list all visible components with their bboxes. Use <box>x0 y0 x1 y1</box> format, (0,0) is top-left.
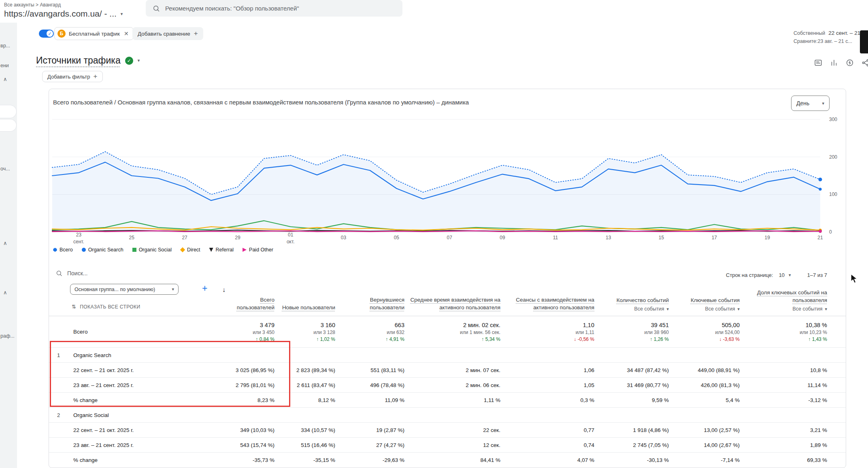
metric-cell: 2 823 (89,34 %) <box>274 363 335 377</box>
column-header[interactable]: Количество событий Все события <box>594 297 669 315</box>
x-axis-label: 05 <box>394 235 400 240</box>
column-header[interactable]: Доля ключевых событий на пользователя Вс… <box>740 289 827 315</box>
share-icon[interactable] <box>861 58 868 67</box>
chevron-up-icon[interactable] <box>3 240 7 246</box>
x-axis-label: 25 <box>129 235 135 240</box>
empty-cell <box>669 408 740 422</box>
column-header[interactable]: Всего пользователей <box>226 296 274 315</box>
metric-cell: -35,73 % <box>226 453 274 467</box>
compare-range-value: Сравните:23 авг. – 21 с... <box>794 38 868 44</box>
metric-cell: 2 745 (7,05 %) <box>594 438 669 452</box>
show-all-rows-button[interactable]: ПОКАЗАТЬ ВСЕ СТРОКИ <box>72 304 140 310</box>
table-row: 22 сент. – 21 окт. 2025 г.3 025 (86,95 %… <box>49 362 846 377</box>
add-comparison-chip[interactable]: Добавить сравнение <box>132 27 203 40</box>
nav-item-pill[interactable] <box>0 105 16 118</box>
close-icon[interactable] <box>124 30 129 37</box>
metric-cell: 334 (10,57 %) <box>274 423 335 437</box>
segment-chip[interactable]: Б Бесплатный трафик <box>54 27 134 40</box>
legend-item-referral[interactable]: Referral <box>209 247 234 253</box>
metric-cell: 2 795 (81,01 %) <box>226 378 274 392</box>
table-search[interactable] <box>55 270 197 277</box>
metric-cell: 31 469 (80,77 %) <box>594 378 669 392</box>
insights-icon[interactable] <box>845 58 854 67</box>
empty-cell <box>404 408 500 422</box>
metric-cell: 349 (10,03 %) <box>226 423 274 437</box>
nav-item-fragment[interactable]: оч... <box>0 166 17 172</box>
plus-icon <box>94 72 98 81</box>
bar-chart-icon[interactable] <box>830 58 838 67</box>
totals-change-down: ↓ -0,56 % <box>574 336 594 342</box>
totals-value: 3 479 <box>260 322 274 328</box>
legend-item-всего[interactable]: Всего <box>53 247 73 253</box>
table-group-header: 2Organic Social <box>49 407 846 422</box>
table-row-totals: Всего3 479или 3 450↑ 0,84 %3 160или 3 12… <box>49 316 846 347</box>
legend-item-organic-social[interactable]: Organic Social <box>132 247 172 253</box>
filler-cell <box>827 378 846 392</box>
metric-cell: 1,89 % <box>740 438 827 452</box>
column-title: Сеансы с взаимодействием на активного по… <box>500 296 594 312</box>
sort-descending-icon[interactable] <box>222 286 226 294</box>
date-range-picker[interactable]: Собственный22 сент. – 21 о... Сравните:2… <box>794 29 868 44</box>
nav-item-fragment[interactable]: раф... <box>0 333 17 339</box>
table-search-input[interactable] <box>67 270 197 277</box>
add-dimension-icon[interactable] <box>202 283 207 294</box>
report-card: Всего пользователей / Основная группа ка… <box>49 89 846 468</box>
event-filter-select[interactable]: Все события <box>792 306 827 312</box>
totals-change-up: ↑ 0,84 % <box>255 336 274 342</box>
column-title: Новые пользователи <box>282 304 335 312</box>
chevron-down-icon <box>121 11 123 17</box>
legend-item-direct[interactable]: Direct <box>181 247 200 253</box>
metric-cell: 0,3 % <box>500 393 594 407</box>
pagination-range: 1–7 из 7 <box>807 272 827 278</box>
metric-cell: -29,63 % <box>335 453 404 467</box>
totals-value: 2 мин. 02 сек. <box>463 322 500 328</box>
y-axis-label: 300 <box>829 117 837 122</box>
property-selector[interactable]: https://avangards.com.ua/ - ... <box>4 9 123 19</box>
note-card-icon[interactable] <box>814 58 823 67</box>
legend-item-organic-search[interactable]: Organic Search <box>82 247 123 253</box>
add-filter-button[interactable]: Добавить фильтр <box>42 71 103 82</box>
x-axis-label: 13 <box>606 235 611 240</box>
group-name: Organic Social <box>73 412 109 418</box>
metric-cell: 1,06 <box>500 363 594 377</box>
global-search-input[interactable] <box>165 5 396 12</box>
metric-cell: 543 (15,74 %) <box>226 438 274 452</box>
metric-cell: 34 487 (87,42 %) <box>594 363 669 377</box>
metric-cell: 1 918 (4,86 %) <box>594 423 669 437</box>
column-header[interactable]: Ключевые события Все события <box>669 297 740 315</box>
expand-rows-icon <box>72 304 76 310</box>
totals-value: 663 <box>395 322 404 328</box>
legend-item-paid-other[interactable]: Paid Other <box>243 247 273 253</box>
chevron-up-icon[interactable] <box>3 76 7 82</box>
empty-cell <box>274 408 335 422</box>
right-edge-panel <box>860 30 868 53</box>
metric-cell: -35,15 % <box>274 453 335 467</box>
x-axis-label: 07 <box>447 235 453 240</box>
column-header[interactable]: Сеансы с взаимодействием на активного по… <box>500 296 594 315</box>
nav-item-pill[interactable] <box>0 119 16 131</box>
global-search[interactable] <box>146 0 402 17</box>
page-title[interactable]: Источники трафика <box>36 55 121 66</box>
breadcrumb[interactable]: Все аккаунты > Авангард <box>4 2 61 8</box>
nav-item-fragment[interactable]: ени <box>0 63 17 68</box>
event-filter-select[interactable]: Все события <box>705 306 740 312</box>
event-filter-select[interactable]: Все события <box>634 306 669 312</box>
metric-cell: -30,13 % <box>594 453 669 467</box>
chevron-up-icon[interactable] <box>3 289 7 296</box>
nav-item-fragment[interactable]: вр... <box>0 43 17 49</box>
legend-marker-icon <box>53 248 57 252</box>
row-number: 1 <box>57 352 60 358</box>
y-axis-label: 100 <box>829 191 837 197</box>
chevron-down-icon[interactable] <box>138 58 140 63</box>
segment-toggle[interactable] <box>39 30 54 38</box>
table-group-header: 1Organic Search <box>49 347 846 362</box>
metric-cell: 11,09 % <box>335 393 404 407</box>
rows-per-page-select[interactable]: 10 <box>779 272 791 278</box>
column-header[interactable]: Среднее время взаимодействия на активног… <box>404 296 500 315</box>
column-header[interactable]: Вернувшиеся пользователи <box>335 296 404 315</box>
x-axis-label: 29 <box>235 235 240 240</box>
metric-cell: 19 (2,87 %) <box>335 423 404 437</box>
dimension-selector[interactable]: Основная группа... по умолчанию) <box>70 284 179 295</box>
column-header[interactable]: Новые пользователи <box>274 304 335 315</box>
filler-cell <box>827 453 846 467</box>
